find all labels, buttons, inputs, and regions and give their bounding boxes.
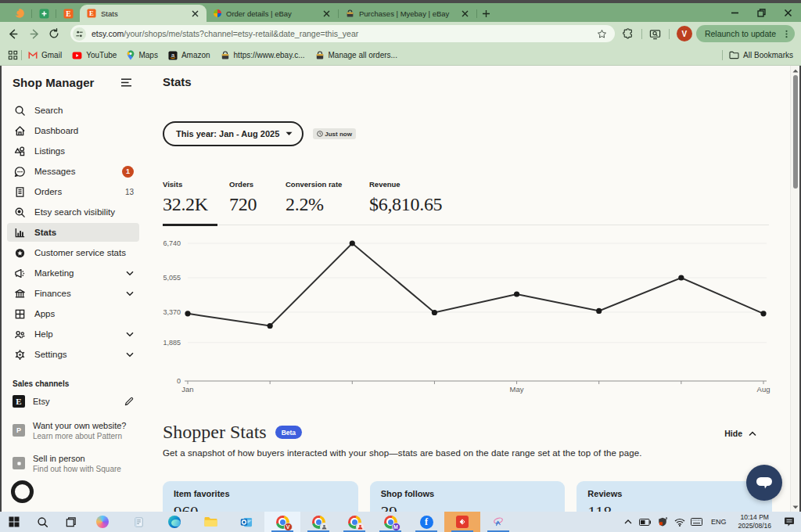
outlook-button[interactable] <box>228 512 264 532</box>
close-window-button[interactable] <box>774 3 801 22</box>
bookmark-amazon[interactable]: a Amazon <box>168 51 210 60</box>
pinned-tab-1[interactable] <box>8 5 31 22</box>
touch-keyboard-icon[interactable] <box>688 512 706 532</box>
pinned-tab-3[interactable]: E <box>56 5 80 22</box>
action-center-button[interactable] <box>778 512 801 532</box>
screenshot-tool-button[interactable] <box>444 512 480 532</box>
bookmark-manage-orders[interactable]: Manage all orders... <box>315 51 397 60</box>
chrome-profile-badge <box>320 523 329 531</box>
screen-search-button[interactable] <box>645 23 666 44</box>
relaunch-label: Relaunch to update <box>705 29 776 38</box>
sidebar-item-help[interactable]: Help <box>2 324 145 344</box>
network-wifi-icon[interactable] <box>671 512 688 532</box>
bookmarks-separator <box>21 50 22 60</box>
metric-orders[interactable]: Orders 720 <box>229 180 286 215</box>
chat-widget-button[interactable] <box>746 465 782 501</box>
svg-text:May: May <box>510 385 524 394</box>
tab-close-button[interactable] <box>321 8 332 19</box>
edge-button[interactable] <box>156 512 192 532</box>
pinned-tab-2[interactable] <box>32 5 56 22</box>
sidebar-item-messages[interactable]: Messages 1 <box>2 161 145 182</box>
forward-button[interactable] <box>23 23 44 44</box>
bookmark-youtube[interactable]: YouTube <box>72 51 117 59</box>
scroll-down-arrow[interactable] <box>791 502 800 512</box>
sidebar-item-listings[interactable]: Listings <box>2 141 145 161</box>
battery-status-icon[interactable] <box>637 512 654 532</box>
sidebar-item-marketing[interactable]: Marketing <box>2 263 145 283</box>
chevron-up-icon <box>749 431 756 437</box>
edge-icon <box>168 516 181 528</box>
minimize-button[interactable] <box>721 3 748 22</box>
tray-expand-button[interactable] <box>620 512 637 532</box>
bookmark-star-button[interactable] <box>596 27 609 40</box>
back-button[interactable] <box>3 23 23 44</box>
language-indicator[interactable]: ENG <box>706 518 732 526</box>
hide-button[interactable]: Hide <box>724 429 756 438</box>
bookmark-ebay[interactable]: https://www.ebay.c... <box>221 51 305 60</box>
relaunch-to-update-button[interactable]: Relaunch to update <box>696 25 795 42</box>
shop-manager-sidebar: Shop Manager Search Dashboard Listings <box>2 66 145 512</box>
reload-button[interactable] <box>44 23 64 44</box>
bookmark-gmail[interactable]: Gmail <box>28 51 62 59</box>
sidebar-item-dashboard[interactable]: Dashboard <box>2 120 145 141</box>
pattern-promo[interactable]: P Want your own website? Learn more abou… <box>13 421 134 440</box>
edit-pencil-icon[interactable] <box>124 397 134 406</box>
bookmark-maps[interactable]: Maps <box>127 50 157 60</box>
lightshot-button[interactable] <box>480 512 516 532</box>
restore-button[interactable] <box>748 3 774 22</box>
task-view-button[interactable] <box>56 512 84 532</box>
scroll-up-arrow[interactable] <box>791 66 800 75</box>
chrome-window-3-button[interactable] <box>336 512 372 532</box>
scrollbar-thumb[interactable] <box>793 75 798 189</box>
page-scrollbar[interactable] <box>790 66 799 512</box>
etsy-icon: E <box>87 9 96 18</box>
taskbar-search-button[interactable] <box>28 512 56 532</box>
sidebar-item-orders[interactable]: Orders 13 <box>2 182 145 202</box>
apps-grid-button[interactable] <box>8 50 18 60</box>
copilot-button[interactable] <box>84 512 120 532</box>
profile-avatar[interactable]: V <box>677 26 692 41</box>
sidebar-item-label: Listings <box>34 146 134 156</box>
tab-close-button[interactable] <box>459 8 470 19</box>
date-range-selector[interactable]: This year: Jan - Aug 2025 <box>163 121 304 146</box>
address-bar[interactable]: etsy.com/your/shops/me/stats?channel=ets… <box>70 25 615 42</box>
sidebar-item-stats[interactable]: Stats <box>2 222 145 243</box>
notepad-button[interactable] <box>120 512 156 532</box>
scrollbar-track[interactable] <box>791 75 800 502</box>
metric-conversion-rate[interactable]: Conversion rate 2.2% <box>286 180 369 215</box>
browser-menu-button[interactable] <box>780 27 792 40</box>
metric-visits[interactable]: Visits 32.2K <box>163 180 229 215</box>
sidebar-item-search[interactable]: Search <box>2 100 145 120</box>
collapse-menu-button[interactable] <box>120 78 132 87</box>
chrome-window-1-button[interactable]: V <box>264 512 300 532</box>
site-info-button[interactable] <box>73 27 86 41</box>
sidebar-item-customer-service-stats[interactable]: Customer service stats <box>2 243 145 263</box>
chat-bubble-icon <box>13 166 27 178</box>
sidebar-item-etsy-search-visibility[interactable]: Etsy search visibility <box>2 202 145 222</box>
metric-revenue[interactable]: Revenue $6,810.65 <box>369 180 442 215</box>
tab-order-details[interactable]: Order details | eBay <box>207 5 338 22</box>
forward-arrow-icon <box>28 28 40 40</box>
windows-security-icon[interactable] <box>654 512 671 532</box>
tab-stats[interactable]: E Stats <box>80 5 207 22</box>
square-promo[interactable]: Sell in person Find out how with Square <box>13 454 134 473</box>
extensions-button[interactable] <box>618 23 638 44</box>
etsy-channel-row[interactable]: E Etsy <box>13 395 134 408</box>
facebook-button[interactable]: f <box>408 512 444 532</box>
sidebar-nav: Search Dashboard Listings Messages 1 <box>2 100 145 365</box>
sidebar-item-settings[interactable]: Settings <box>2 344 145 365</box>
all-bookmarks-button[interactable]: All Bookmarks <box>729 51 793 59</box>
visits-line-chart: 01,8853,3705,0556,740JanMayAug <box>163 228 781 401</box>
file-explorer-button[interactable] <box>192 512 228 532</box>
tab-close-button[interactable] <box>189 8 200 19</box>
sidebar-item-label: Marketing <box>34 268 126 278</box>
chrome-window-4-button[interactable]: M <box>372 512 408 532</box>
bookmark-label: https://www.ebay.c... <box>234 51 305 59</box>
new-tab-button[interactable] <box>477 5 494 22</box>
start-button[interactable] <box>0 512 28 532</box>
chrome-window-2-button[interactable] <box>300 512 336 532</box>
taskbar-clock[interactable]: 10:14 PM 2025/08/16 <box>731 513 778 530</box>
sidebar-item-finances[interactable]: Finances <box>2 283 145 304</box>
sidebar-item-apps[interactable]: Apps <box>2 304 145 324</box>
tab-purchases[interactable]: Purchases | Myebay | eBay <box>339 5 476 22</box>
